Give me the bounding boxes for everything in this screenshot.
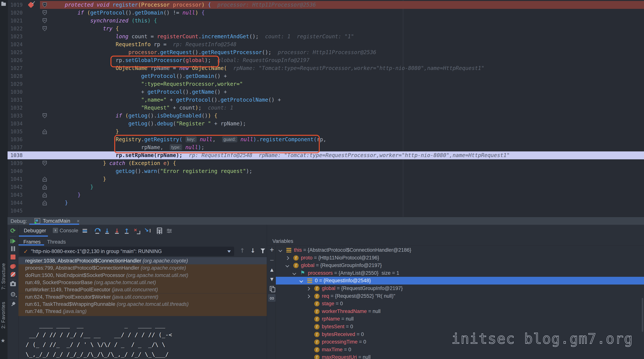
- step-into-icon: ↓: [105, 229, 109, 233]
- drop-frame-button[interactable]: ×: [133, 227, 141, 234]
- code-line-1026[interactable]: 1026 rp.setGlobalProcessor(global); glob…: [8, 56, 644, 64]
- close-tab-icon[interactable]: ×: [77, 218, 80, 224]
- variable-row-global[interactable]: fglobal = {RequestGroupInfo@2197}: [276, 262, 644, 269]
- code-line-1040[interactable]: 1040 getLog().warn("Error registering re…: [8, 167, 644, 175]
- variable-row-this[interactable]: this = {AbstractProtocol$ConnectionHandl…: [276, 246, 644, 254]
- chevron-down-icon[interactable]: [286, 264, 289, 267]
- code-line-1021[interactable]: 1021 synchronized (this) {: [8, 17, 644, 25]
- chevron-down-icon[interactable]: [292, 271, 296, 275]
- variables-scrollbar[interactable]: [642, 298, 643, 332]
- filter-frames-icon[interactable]: [260, 248, 265, 251]
- favorites-tool-button[interactable]: 2: Favorites ★: [0, 302, 6, 330]
- force-step-into-button[interactable]: ↓: [113, 227, 121, 234]
- project-folder-icon[interactable]: [1, 3, 6, 6]
- rerun-button[interactable]: ⟳: [10, 227, 16, 234]
- chevron-right-icon[interactable]: [306, 294, 310, 298]
- code-line-1038[interactable]: 1038 rp.setRpName(rpName); rp: RequestIn…: [8, 152, 644, 159]
- stack-frame-row[interactable]: doRun:1500, NioEndpoint$SocketProcessor …: [18, 272, 267, 279]
- frame-down-button[interactable]: ↓: [250, 247, 256, 254]
- code-line-1039[interactable]: 1039 } catch (Exception e) {: [8, 159, 644, 167]
- remove-watch-button[interactable]: −: [268, 256, 276, 264]
- variable-row-proto[interactable]: fproto = {Http11NioProtocol@2196}: [276, 254, 644, 262]
- code-line-1028[interactable]: 1028 getProtocol().getDomain() +: [8, 72, 644, 80]
- code-line-1030[interactable]: 1030 + getProtocol().getName() +: [8, 88, 644, 96]
- code-line-1042[interactable]: 1042 }: [8, 183, 644, 191]
- stack-frame-row[interactable]: run:748, Thread (java.lang): [18, 308, 267, 315]
- variable-row-req[interactable]: freq = {Request@2552} "R( null)": [276, 292, 644, 300]
- code-line-1027[interactable]: 1027 ObjectName rpName = new ObjectName(…: [8, 64, 644, 72]
- show-watches-toggle[interactable]: ∞: [268, 294, 276, 302]
- tab-console[interactable]: Console: [60, 228, 78, 234]
- code-editor[interactable]: 1019✓ protected void register(Processor …: [8, 0, 644, 217]
- code-line-1036[interactable]: 1036 Registry.getRegistry( key: null, gu…: [8, 136, 644, 144]
- code-text: long count = registerCount.incrementAndG…: [40, 32, 354, 40]
- view-breakpoints-button[interactable]: [10, 263, 16, 270]
- step-into-button[interactable]: ↓: [103, 227, 111, 234]
- code-line-1031[interactable]: 1031 ",name=" + getProtocol().getProtoco…: [8, 96, 644, 104]
- move-watch-down-button[interactable]: ▼: [268, 275, 276, 283]
- code-text: try {: [40, 25, 119, 32]
- code-line-1035[interactable]: 1035 }: [8, 128, 644, 136]
- evaluate-expression-button[interactable]: [156, 227, 163, 234]
- code-line-1025[interactable]: 1025 processor.getRequest().getRequestPr…: [8, 48, 644, 56]
- code-line-1037[interactable]: 1037 rpName, type: null);: [8, 144, 644, 152]
- code-line-1033[interactable]: 1033 if (getLog().isDebugEnabled()) {: [8, 112, 644, 120]
- code-line-1024[interactable]: 1024 RequestInfo rp = rp: RequestInfo@25…: [8, 40, 644, 48]
- code-line-1029[interactable]: 1029 ":type=RequestProcessor,worker=": [8, 80, 644, 88]
- variable-row-0[interactable]: 0 = {RequestInfo@2548}: [276, 277, 644, 284]
- step-over-button[interactable]: [94, 227, 101, 234]
- tool-window-strip: 7: Structure 2: Favorites ★: [0, 0, 8, 359]
- pause-button[interactable]: [10, 245, 16, 252]
- code-text: getLog().warn("Error registering request…: [40, 167, 252, 175]
- stack-frame-row[interactable]: run:61, TaskThread$WrappingRunnable (org…: [18, 300, 267, 308]
- variable-row-processors[interactable]: ⚑processors = {ArrayList@2550}size = 1: [276, 269, 644, 277]
- stack-frame-row[interactable]: register:1038, AbstractProtocol$Connecti…: [18, 257, 267, 264]
- code-line-1022[interactable]: 1022 try {: [8, 25, 644, 32]
- code-line-1020[interactable]: 1020 if (getProtocol().getDomain() != nu…: [8, 9, 644, 17]
- code-line-1023[interactable]: 1023 long count = registerCount.incremen…: [8, 32, 644, 40]
- code-line-1032[interactable]: 1032 "Request" + count); count: 1: [8, 104, 644, 112]
- show-execution-point-button[interactable]: [81, 227, 88, 234]
- move-watch-up-button[interactable]: ▲: [268, 266, 276, 274]
- new-watch-button[interactable]: +: [268, 246, 276, 254]
- debug-toolwindow-bar: Debug: TomcatMain ×: [8, 217, 644, 225]
- stack-frame-row[interactable]: process:799, AbstractProtocol$Connection…: [18, 264, 267, 272]
- chevron-down-icon[interactable]: [300, 279, 303, 283]
- chevron-right-icon[interactable]: [306, 287, 310, 290]
- variable-row-global[interactable]: fglobal = {RequestGroupInfo@2197}: [276, 284, 644, 292]
- tab-debugger[interactable]: Debugger: [24, 228, 46, 234]
- code-line-1041[interactable]: 1041 }: [8, 175, 644, 183]
- stack-frame-row[interactable]: run:624, ThreadPoolExecutor$Worker (java…: [18, 294, 267, 300]
- tab-threads[interactable]: Threads: [47, 239, 66, 245]
- code-line-1043[interactable]: 1043 }: [8, 191, 644, 199]
- chevron-right-icon[interactable]: [286, 256, 289, 260]
- pin-tab-button[interactable]: [10, 300, 16, 308]
- code-line-1019[interactable]: 1019✓ protected void register(Processor …: [8, 1, 644, 9]
- mute-breakpoints-button[interactable]: [10, 271, 16, 278]
- duplicate-watch-button[interactable]: [268, 285, 276, 292]
- code-line-1045[interactable]: 1045: [8, 207, 644, 215]
- stop-button[interactable]: [10, 254, 16, 260]
- stack-frame-row[interactable]: run:49, SocketProcessorBase (org.apache.…: [18, 279, 267, 286]
- structure-tool-button[interactable]: 7: Structure: [1, 263, 6, 290]
- code-line-1044[interactable]: 1044 }: [8, 199, 644, 207]
- variable-row-bytesSent[interactable]: fbytesSent = 0: [276, 323, 644, 330]
- step-out-button[interactable]: ↑: [123, 227, 130, 234]
- code-text: RequestInfo rp = rp: RequestInfo@2548: [40, 40, 236, 48]
- tab-frames[interactable]: Frames: [24, 239, 41, 245]
- frame-up-button[interactable]: ↑: [240, 247, 245, 254]
- code-line-1034[interactable]: 1034 getLog().debug("Register " + rpName…: [8, 120, 644, 128]
- debugger-settings-button[interactable]: ⚙: [10, 291, 16, 298]
- variable-row-maxRequestUri[interactable]: fmaxRequestUri = null: [276, 353, 644, 359]
- resume-button[interactable]: [10, 238, 16, 245]
- stack-frame-row[interactable]: runWorker:1149, ThreadPoolExecutor (java…: [18, 286, 267, 293]
- line-number: 1036: [8, 136, 22, 144]
- thread-selector-dropdown[interactable]: ✓ "http-nio-8080-exec-1"@2,130 in group …: [19, 246, 234, 256]
- run-to-cursor-button[interactable]: ↘I: [144, 227, 151, 234]
- variable-row-rpName[interactable]: frpName = null: [276, 315, 644, 323]
- variable-row-stage[interactable]: fstage = 0: [276, 300, 644, 308]
- thread-dump-button[interactable]: [10, 280, 16, 288]
- layout-settings-button[interactable]: [166, 227, 173, 234]
- variable-row-workerThreadName[interactable]: fworkerThreadName = null: [276, 308, 644, 315]
- chevron-down-icon[interactable]: [278, 248, 282, 252]
